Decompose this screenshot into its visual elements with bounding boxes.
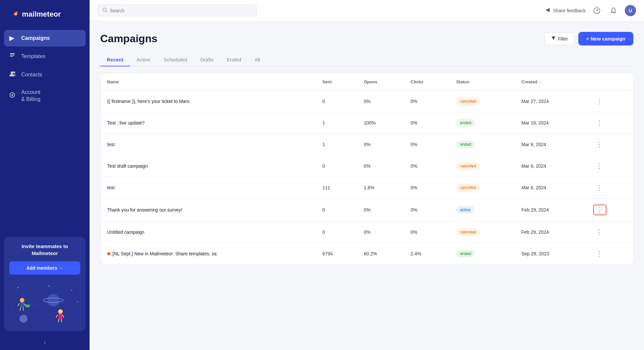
invite-box: Invite teammates to Mailmeteor Add membe… — [4, 237, 86, 331]
svg-rect-25 — [25, 305, 30, 307]
tab-active[interactable]: Active — [130, 53, 157, 66]
table-row: test 111 1.8% 0% canceled Mar 6, 2024 ⋮ — [101, 177, 633, 199]
filter-icon — [551, 36, 556, 42]
svg-point-0 — [7, 8, 19, 20]
sent-cell: 0 — [316, 155, 357, 177]
campaigns-table-container: Name Sent Opens Clicks Status Created ↓ … — [100, 73, 633, 265]
svg-line-29 — [62, 315, 64, 317]
main-area: Share feedback ? U Campaigns — [90, 0, 644, 350]
status-badge: canceled — [456, 184, 480, 191]
sidebar-item-templates[interactable]: Templates — [4, 48, 86, 65]
share-feedback-button[interactable]: Share feedback — [546, 7, 586, 14]
campaign-name-cell[interactable]: {{ firstname }}, here's your ticket to M… — [101, 91, 316, 112]
filter-button[interactable]: Filter — [545, 32, 574, 45]
more-actions-button[interactable]: ⋮ — [593, 183, 605, 192]
tab-all[interactable]: All — [248, 53, 267, 66]
campaign-name-cell[interactable]: Test : live update? — [101, 112, 316, 134]
svg-text:M: M — [15, 13, 17, 16]
status-badge: ended — [456, 250, 475, 257]
status-cell: ended — [450, 243, 515, 265]
notifications-button[interactable] — [608, 5, 619, 16]
tab-ended[interactable]: Ended — [220, 53, 248, 66]
status-cell: active — [450, 199, 515, 221]
more-actions-button[interactable]: ⋮ — [593, 205, 607, 215]
created-cell: Feb 29, 2024 — [515, 221, 586, 243]
table-row: Untitled campaign 0 0% 0% canceled Feb 2… — [101, 221, 633, 243]
clicks-cell: 2.4% — [404, 243, 450, 265]
sidebar-item-campaigns[interactable]: ▶ Campaigns — [4, 30, 86, 46]
tab-recent[interactable]: Recent — [100, 53, 130, 66]
svg-line-31 — [61, 319, 62, 322]
search-box[interactable] — [98, 5, 257, 16]
status-cell: ended — [450, 112, 515, 134]
sort-icon: ↓ — [539, 79, 541, 84]
table-row: [NL Sept.] New in Mailmeteor: Share temp… — [101, 243, 633, 265]
filter-label: Filter — [558, 36, 568, 42]
more-actions-button[interactable]: ⋮ — [593, 140, 605, 149]
created-cell: Sep 29, 2023 — [515, 243, 586, 265]
more-actions-button[interactable]: ⋮ — [593, 97, 605, 106]
campaign-name-cell[interactable]: test — [101, 134, 316, 155]
main-content: Campaigns Filter + New campaign Recent — [90, 21, 644, 350]
created-cell: Mar 19, 2024 — [515, 112, 586, 134]
sidebar-item-contacts[interactable]: Contacts — [4, 66, 86, 83]
status-cell: ended — [450, 134, 515, 155]
svg-rect-5 — [10, 56, 13, 57]
sent-cell: 0 — [316, 221, 357, 243]
more-actions-button[interactable]: ⋮ — [593, 161, 605, 171]
user-avatar[interactable]: U — [625, 5, 636, 16]
campaign-name-cell[interactable]: Untitled campaign — [101, 221, 316, 243]
sent-cell: 1 — [316, 134, 357, 155]
campaign-name-cell[interactable]: test — [101, 177, 316, 199]
campaign-tabs: Recent Active Scheduled Drafts Ended All — [100, 53, 633, 66]
col-opens: Opens — [357, 73, 404, 91]
share-feedback-label: Share feedback — [553, 8, 586, 13]
status-cell: canceled — [450, 91, 515, 112]
svg-line-30 — [58, 319, 59, 322]
app-name: mailmeteor — [22, 10, 61, 19]
more-actions-button[interactable]: ⋮ — [593, 118, 605, 128]
table-row: Test draft campaign 0 0% 0% canceled Mar… — [101, 155, 633, 177]
created-cell: Feb 29, 2024 — [515, 199, 586, 221]
svg-point-9 — [12, 94, 13, 96]
more-actions-button[interactable]: ⋮ — [593, 227, 605, 237]
sidebar-collapse-button[interactable]: ‹ — [0, 335, 90, 350]
add-members-button[interactable]: Add members → — [9, 261, 80, 275]
invite-illustration — [9, 278, 80, 331]
status-badge: ended — [456, 119, 475, 127]
opens-cell: 100% — [357, 112, 404, 134]
clicks-cell: 0% — [404, 199, 450, 221]
sidebar-item-label-campaigns: Campaigns — [21, 35, 50, 41]
search-input[interactable] — [110, 8, 252, 13]
created-cell: Mar 6, 2024 — [515, 134, 586, 155]
app-logo[interactable]: M mailmeteor — [0, 0, 90, 27]
status-cell: canceled — [450, 177, 515, 199]
sidebar-item-account-billing[interactable]: Account& Billing — [4, 84, 86, 108]
sent-cell: 0 — [316, 91, 357, 112]
new-campaign-button[interactable]: + New campaign — [578, 32, 633, 45]
svg-point-19 — [20, 298, 25, 303]
svg-line-24 — [23, 307, 24, 310]
clicks-cell: 0% — [404, 91, 450, 112]
campaign-name-cell[interactable]: Thank you for answering our survey! — [101, 199, 316, 221]
svg-point-32 — [20, 315, 28, 323]
help-button[interactable]: ? — [592, 5, 602, 16]
campaigns-icon: ▶ — [9, 35, 17, 42]
more-actions-button[interactable]: ⋮ — [593, 249, 605, 258]
topbar: Share feedback ? U — [90, 0, 644, 21]
svg-point-34 — [77, 301, 78, 302]
opens-cell: 0% — [357, 199, 404, 221]
campaign-name-cell[interactable]: Test draft campaign — [101, 155, 316, 177]
table-row: test 1 0% 0% ended Mar 6, 2024 ⋮ — [101, 134, 633, 155]
svg-text:?: ? — [596, 9, 598, 13]
svg-rect-27 — [58, 314, 62, 319]
actions-cell: ⋮ — [587, 243, 633, 265]
sidebar-nav: ▶ Campaigns Templates — [0, 27, 90, 233]
clicks-cell: 0% — [404, 221, 450, 243]
status-badge: ended — [456, 141, 475, 148]
tab-scheduled[interactable]: Scheduled — [157, 53, 194, 66]
tab-drafts[interactable]: Drafts — [194, 53, 220, 66]
opens-cell: 1.8% — [357, 177, 404, 199]
col-created[interactable]: Created ↓ — [515, 73, 586, 91]
campaign-name-cell[interactable]: [NL Sept.] New in Mailmeteor: Share temp… — [101, 243, 316, 265]
